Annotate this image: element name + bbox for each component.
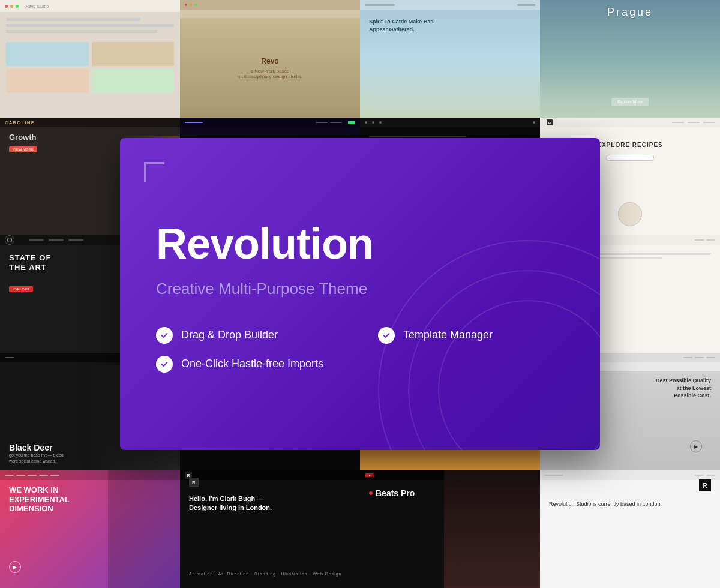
clark-text: Hello, I'm Clark Bugh —Designer living i…	[189, 494, 351, 513]
modal-subtitle: Creative Multi-Purpose Theme	[156, 280, 564, 298]
feature-check-import	[156, 356, 173, 373]
clark-sub: Animation · Art Direction · Branding · I…	[189, 572, 342, 576]
svg-text:H: H	[548, 121, 551, 125]
thumbnail-prague[interactable]: Prague Explore More	[540, 0, 720, 118]
wework-play-button[interactable]: ▶	[9, 561, 21, 573]
feature-check-template	[378, 327, 395, 344]
feature-import-label: One-Click Hastle-free Imports	[181, 358, 323, 370]
revostudio-text: Revolution Studio is currently based in …	[549, 500, 711, 509]
feature-check-drag	[156, 327, 173, 344]
feature-template-label: Template Manager	[403, 329, 493, 341]
gforces-text: STATE OFTHE ART	[9, 253, 51, 272]
thumbnail-spirit[interactable]: Spirit To Cattle Make HadAppear Gathered…	[360, 0, 540, 118]
feature-import: One-Click Hastle-free Imports	[156, 356, 564, 373]
recipe-title: EXPLORE RECIPES	[597, 142, 662, 148]
thumbnail-revo[interactable]: Revo a New-York basedmultidisciplinary d…	[180, 0, 360, 118]
beats-title: Beats Pro	[376, 488, 415, 498]
modal-title: Revolution	[156, 222, 564, 265]
thumbnail-beats[interactable]: ● Beats Pro	[360, 470, 540, 588]
feature-drag-drop: Drag & Drop Builder	[156, 327, 342, 344]
modal-features: Drag & Drop Builder Template Manager One…	[156, 327, 564, 373]
modal-content: Revolution Creative Multi-Purpose Theme …	[120, 138, 600, 450]
thumbnail-revo-studio[interactable]: Revo Studio	[0, 0, 180, 118]
wework-text: WE WORK INEXPERIMENTALDIMENSION	[9, 485, 81, 514]
consult-play-button[interactable]: ▶	[690, 440, 702, 452]
feature-drag-label: Drag & Drop Builder	[181, 329, 278, 341]
thumbnail-revostudio[interactable]: R Revolution Studio is currently based i…	[540, 470, 720, 588]
feature-template-mgr: Template Manager	[378, 327, 564, 344]
thumbnail-clark[interactable]: R R Hello, I'm Clark Bugh —Designer livi…	[180, 470, 360, 588]
thumbnail-wework[interactable]: WE WORK INEXPERIMENTALDIMENSION ▶	[0, 470, 180, 588]
blackdeer-label: Black Deer	[9, 443, 52, 452]
consult-text: Best Possible Qualityat the LowestPossib…	[639, 377, 711, 400]
modal-overlay: Revolution Creative Multi-Purpose Theme …	[120, 138, 600, 450]
